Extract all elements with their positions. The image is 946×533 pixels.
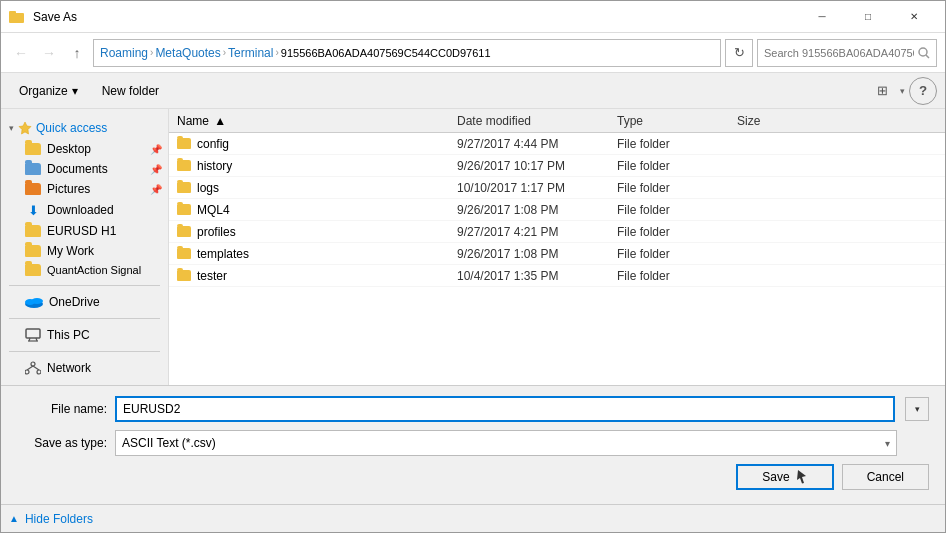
- new-folder-button[interactable]: New folder: [92, 77, 169, 105]
- sidebar-item-label-onedrive: OneDrive: [49, 295, 100, 309]
- search-input[interactable]: [764, 47, 914, 59]
- forward-button[interactable]: →: [37, 41, 61, 65]
- file-date-cell: 10/4/2017 1:35 PM: [457, 269, 617, 283]
- folder-icon: [177, 248, 191, 259]
- sidebar-divider-1: [9, 285, 160, 286]
- dialog-icon: [9, 9, 25, 25]
- table-row[interactable]: profiles 9/27/2017 4:21 PM File folder: [169, 221, 945, 243]
- eurusd-folder-icon: [25, 225, 41, 237]
- view-button[interactable]: ⊞: [868, 77, 896, 105]
- file-date-cell: 9/26/2017 10:17 PM: [457, 159, 617, 173]
- file-type-cell: File folder: [617, 137, 737, 151]
- refresh-button[interactable]: ↻: [725, 39, 753, 67]
- back-button[interactable]: ←: [9, 41, 33, 65]
- svg-point-14: [37, 370, 41, 374]
- save-as-type-select[interactable]: ASCII Text (*.csv) ▾: [115, 430, 897, 456]
- file-type-text: File folder: [617, 269, 670, 283]
- toolbar: Organize ▾ New folder ⊞ ▾ ?: [1, 73, 945, 109]
- sidebar-item-label-documents: Documents: [47, 162, 108, 176]
- breadcrumb-bar[interactable]: Roaming › MetaQuotes › Terminal › 915566…: [93, 39, 721, 67]
- save-button[interactable]: Save: [736, 464, 833, 490]
- toolbar-right: ⊞ ▾ ?: [868, 77, 937, 105]
- file-name-dropdown-arrow: ▾: [915, 404, 920, 414]
- sidebar-item-label-desktop: Desktop: [47, 142, 91, 156]
- spacer: [905, 431, 929, 455]
- file-name-text: MQL4: [197, 203, 230, 217]
- up-button[interactable]: ↑: [65, 41, 89, 65]
- sidebar-item-this-pc[interactable]: This PC: [1, 325, 168, 345]
- maximize-button[interactable]: □: [845, 1, 891, 33]
- sidebar-item-documents[interactable]: Documents 📌: [1, 159, 168, 179]
- sidebar-item-downloaded[interactable]: ⬇ Downloaded: [1, 199, 168, 221]
- file-name-cell: logs: [177, 181, 457, 195]
- quick-access-icon: [18, 121, 32, 135]
- table-row[interactable]: history 9/26/2017 10:17 PM File folder: [169, 155, 945, 177]
- sidebar-divider-3: [9, 351, 160, 352]
- file-name-text: tester: [197, 269, 227, 283]
- file-date-cell: 10/10/2017 1:17 PM: [457, 181, 617, 195]
- dialog-title: Save As: [33, 10, 77, 24]
- hide-folders-link[interactable]: Hide Folders: [25, 512, 93, 526]
- sidebar-item-label-this-pc: This PC: [47, 328, 90, 342]
- column-header-type[interactable]: Type: [617, 114, 737, 128]
- save-as-dialog: Save As ─ □ ✕ ← → ↑ Roaming › MetaQuotes…: [0, 0, 946, 533]
- file-name-input[interactable]: [115, 396, 895, 422]
- column-header-size[interactable]: Size: [737, 114, 817, 128]
- file-type-text: File folder: [617, 247, 670, 261]
- hide-folders-arrow[interactable]: ▲: [9, 513, 19, 524]
- sidebar-item-pictures[interactable]: Pictures 📌: [1, 179, 168, 199]
- table-row[interactable]: templates 9/26/2017 1:08 PM File folder: [169, 243, 945, 265]
- title-controls: ─ □ ✕: [799, 1, 937, 33]
- breadcrumb-roaming[interactable]: Roaming: [100, 46, 148, 60]
- breadcrumb-metaquotes[interactable]: MetaQuotes: [155, 46, 220, 60]
- breadcrumb-sep-1: ›: [150, 47, 153, 58]
- sort-arrow: ▲: [214, 114, 226, 128]
- file-date-text: 9/26/2017 1:08 PM: [457, 247, 558, 261]
- sidebar-section-quick-access[interactable]: ▾ Quick access: [1, 117, 168, 139]
- thispc-icon: [25, 328, 41, 342]
- file-name-cell: profiles: [177, 225, 457, 239]
- svg-line-16: [33, 366, 39, 370]
- file-type-cell: File folder: [617, 247, 737, 261]
- close-button[interactable]: ✕: [891, 1, 937, 33]
- file-rows-container: config 9/27/2017 4:44 PM File folder his…: [169, 133, 945, 287]
- svg-line-3: [926, 55, 929, 58]
- file-type-cell: File folder: [617, 269, 737, 283]
- folder-icon: [177, 270, 191, 281]
- file-name-cell: tester: [177, 269, 457, 283]
- breadcrumb-current: 915566BA06ADA407569C544CC0D97611: [281, 47, 491, 59]
- help-button[interactable]: ?: [909, 77, 937, 105]
- desktop-folder-icon: [25, 143, 41, 155]
- file-date-cell: 9/26/2017 1:08 PM: [457, 203, 617, 217]
- file-date-cell: 9/26/2017 1:08 PM: [457, 247, 617, 261]
- cancel-button[interactable]: Cancel: [842, 464, 929, 490]
- organize-button[interactable]: Organize ▾: [9, 77, 88, 105]
- sidebar-item-desktop[interactable]: Desktop 📌: [1, 139, 168, 159]
- folder-icon: [177, 160, 191, 171]
- breadcrumb-terminal[interactable]: Terminal: [228, 46, 273, 60]
- sidebar-item-quantaction[interactable]: QuantAction Signal: [1, 261, 168, 279]
- column-header-name[interactable]: Name ▲: [177, 114, 457, 128]
- sidebar-item-network[interactable]: Network: [1, 358, 168, 378]
- action-row: Save Cancel: [17, 464, 929, 494]
- table-row[interactable]: MQL4 9/26/2017 1:08 PM File folder: [169, 199, 945, 221]
- table-row[interactable]: logs 10/10/2017 1:17 PM File folder: [169, 177, 945, 199]
- file-date-text: 9/27/2017 4:44 PM: [457, 137, 558, 151]
- file-name-dropdown-btn[interactable]: ▾: [905, 397, 929, 421]
- sidebar-item-onedrive[interactable]: OneDrive: [1, 292, 168, 312]
- save-button-label: Save: [762, 470, 789, 484]
- column-header-date[interactable]: Date modified: [457, 114, 617, 128]
- sidebar-item-mywork[interactable]: My Work: [1, 241, 168, 261]
- table-row[interactable]: config 9/27/2017 4:44 PM File folder: [169, 133, 945, 155]
- svg-marker-4: [19, 122, 31, 134]
- title-bar-left: Save As: [9, 9, 77, 25]
- minimize-button[interactable]: ─: [799, 1, 845, 33]
- folder-icon: [177, 204, 191, 215]
- main-content: ▾ Quick access Desktop 📌 Documents 📌: [1, 109, 945, 385]
- cursor-icon: [796, 470, 808, 484]
- search-box[interactable]: [757, 39, 937, 67]
- svg-point-12: [31, 362, 35, 366]
- quick-access-arrow: ▾: [9, 123, 14, 133]
- table-row[interactable]: tester 10/4/2017 1:35 PM File folder: [169, 265, 945, 287]
- sidebar-item-eurusd[interactable]: EURUSD H1: [1, 221, 168, 241]
